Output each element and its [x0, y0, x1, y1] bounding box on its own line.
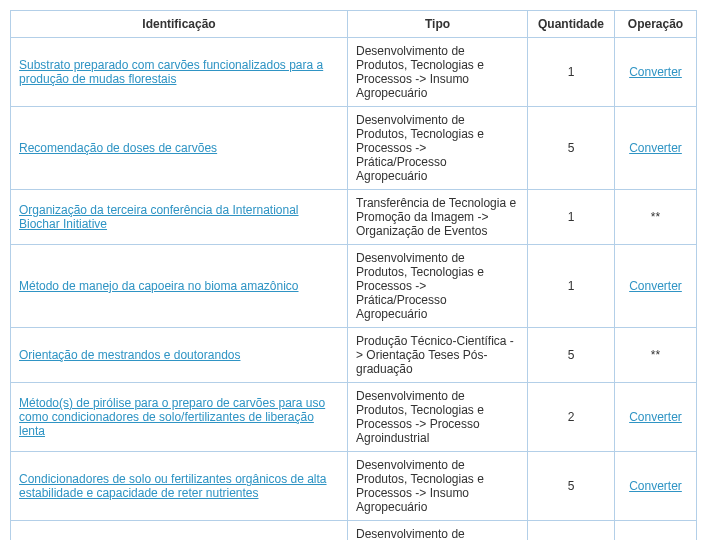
- quantity-cell: 1: [528, 190, 615, 245]
- type-cell: Transferência de Tecnologia e Promoção d…: [348, 190, 528, 245]
- results-table: Identificação Tipo Quantidade Operação S…: [11, 11, 696, 540]
- identification-link[interactable]: Substrato preparado com carvões funciona…: [19, 58, 323, 86]
- convert-link[interactable]: Converter: [629, 141, 682, 155]
- quantity-cell: 1: [528, 38, 615, 107]
- operation-cell: Converter: [615, 245, 697, 328]
- operation-cell: Converter: [615, 452, 697, 521]
- type-cell: Desenvolvimento de Produtos, Tecnologias…: [348, 107, 528, 190]
- operation-cell: **: [615, 190, 697, 245]
- header-op: Operação: [615, 11, 697, 38]
- type-cell: Produção Técnico-Científica -> Orientaçã…: [348, 328, 528, 383]
- operation-cell: **: [615, 328, 697, 383]
- operation-marker: **: [651, 210, 660, 224]
- identification-link[interactable]: Recomendação de doses de carvões: [19, 141, 217, 155]
- table-row: Método de manejo da capoeira no bioma am…: [11, 245, 696, 328]
- header-id: Identificação: [11, 11, 348, 38]
- header-qty: Quantidade: [528, 11, 615, 38]
- identification-link[interactable]: Método(s) de pirólise para o preparo de …: [19, 396, 325, 438]
- type-cell: Desenvolvimento de Produtos, Tecnologias…: [348, 452, 528, 521]
- type-cell: Desenvolvimento de Produtos, Tecnologias…: [348, 245, 528, 328]
- table-row: Recomendação de doses de carvõesDesenvol…: [11, 107, 696, 190]
- convert-link[interactable]: Converter: [629, 279, 682, 293]
- operation-marker: **: [651, 348, 660, 362]
- identification-link[interactable]: Orientação de mestrandos e doutorandos: [19, 348, 240, 362]
- identification-link[interactable]: Método de manejo da capoeira no bioma am…: [19, 279, 299, 293]
- quantity-cell: 5: [528, 107, 615, 190]
- table-row: Organização da terceira conferência da I…: [11, 190, 696, 245]
- table-row: Condicionadores de solo ou fertilizantes…: [11, 452, 696, 521]
- convert-link[interactable]: Converter: [629, 479, 682, 493]
- table-row: Orientação de mestrandos e doutorandosPr…: [11, 328, 696, 383]
- identification-link[interactable]: Organização da terceira conferência da I…: [19, 203, 299, 231]
- operation-cell: Converter: [615, 383, 697, 452]
- operation-cell: Converter: [615, 521, 697, 541]
- header-row: Identificação Tipo Quantidade Operação: [11, 11, 696, 38]
- quantity-cell: 5: [528, 328, 615, 383]
- quantity-cell: 2: [528, 383, 615, 452]
- table-row: Método(s) de funcionalização biológica (…: [11, 521, 696, 541]
- convert-link[interactable]: Converter: [629, 65, 682, 79]
- table-row: Método(s) de pirólise para o preparo de …: [11, 383, 696, 452]
- convert-link[interactable]: Converter: [629, 410, 682, 424]
- type-cell: Desenvolvimento de Produtos, Tecnologias…: [348, 521, 528, 541]
- operation-cell: Converter: [615, 107, 697, 190]
- header-type: Tipo: [348, 11, 528, 38]
- type-cell: Desenvolvimento de Produtos, Tecnologias…: [348, 383, 528, 452]
- quantity-cell: 1: [528, 245, 615, 328]
- operation-cell: Converter: [615, 38, 697, 107]
- quantity-cell: 1: [528, 521, 615, 541]
- identification-link[interactable]: Condicionadores de solo ou fertilizantes…: [19, 472, 327, 500]
- quantity-cell: 5: [528, 452, 615, 521]
- type-cell: Desenvolvimento de Produtos, Tecnologias…: [348, 38, 528, 107]
- table-row: Substrato preparado com carvões funciona…: [11, 38, 696, 107]
- results-panel: Identificação Tipo Quantidade Operação S…: [10, 10, 697, 540]
